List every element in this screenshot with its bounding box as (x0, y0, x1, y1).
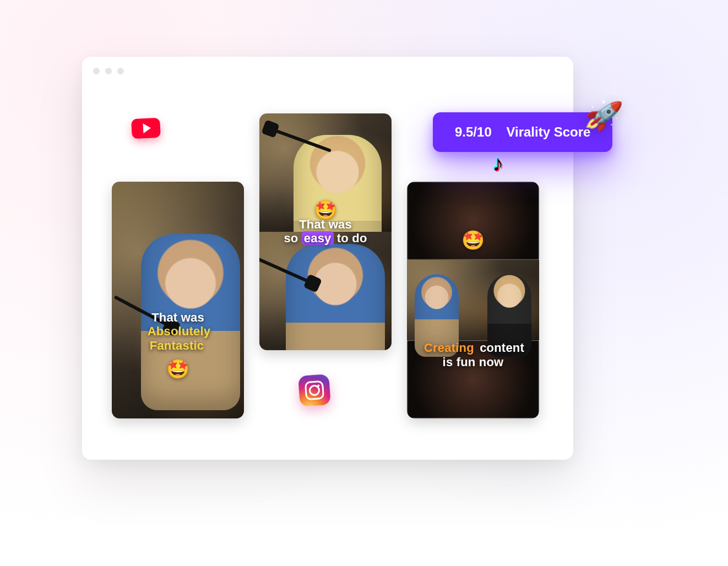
video-clip-2[interactable]: 🤩 That was so easy to do (259, 113, 392, 350)
caption-highlight: easy (302, 231, 334, 245)
video-clip-1[interactable]: That was Absolutely Fantastic 🤩 (112, 182, 244, 418)
video-clip-3[interactable]: 🤩 Creating content is fun now (407, 182, 539, 418)
instagram-icon (298, 374, 331, 407)
caption-line-pre: so (284, 231, 301, 245)
caption-line: That was (151, 311, 204, 324)
star-struck-emoji: 🤩 (461, 229, 485, 251)
virality-score-label: Virality Score (506, 124, 590, 140)
caption-line-post: content (476, 341, 524, 355)
caption-highlight: Absolutely Fantastic (145, 324, 210, 352)
caption-line: That was (299, 217, 352, 231)
virality-score-value: 9.5/10 (455, 124, 492, 140)
caption-line: is fun now (443, 355, 504, 369)
star-struck-emoji: 🤩 (166, 358, 189, 380)
caption-line-post: to do (334, 231, 367, 245)
youtube-icon (131, 118, 161, 139)
caption-highlight: Creating (422, 341, 476, 355)
rocket-emoji: 🚀 (583, 96, 624, 135)
